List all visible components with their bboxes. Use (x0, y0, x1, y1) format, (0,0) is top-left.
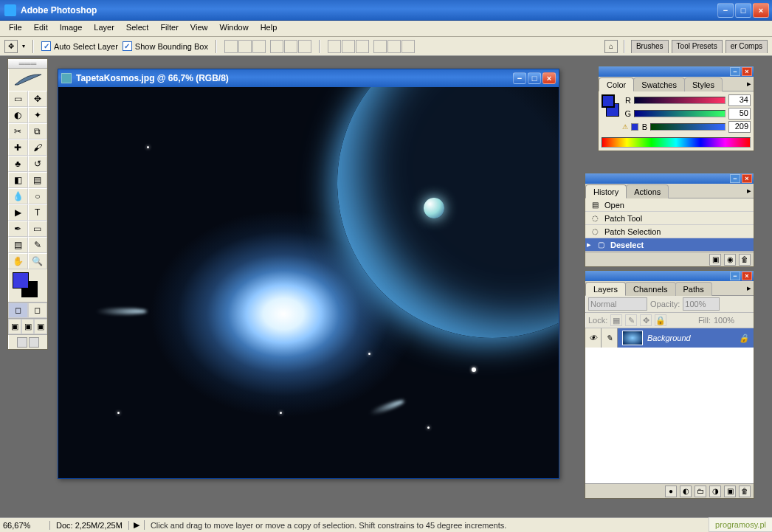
align-left-button[interactable] (270, 40, 283, 53)
layer-thumbnail[interactable] (622, 331, 643, 345)
color-fg-swatch[interactable] (602, 94, 615, 108)
goto-bridge-button[interactable]: ⌂ (604, 40, 618, 53)
auto-select-layer-checkbox[interactable]: ✓ Auto Select Layer (41, 41, 118, 51)
panel-close-button[interactable]: × (742, 272, 752, 280)
layer-mask-button[interactable]: ◐ (680, 486, 692, 497)
distribute-top-button[interactable] (328, 40, 341, 53)
panel-minimize-button[interactable]: − (730, 67, 740, 76)
dodge-tool[interactable]: ○ (28, 188, 48, 204)
new-snapshot-button[interactable]: ◉ (724, 254, 736, 266)
show-bounding-box-checkbox[interactable]: ✓ Show Bounding Box (123, 41, 208, 51)
status-menu-button[interactable]: ▶ (129, 520, 145, 530)
well-layercomps[interactable]: er Comps (726, 40, 768, 53)
menu-help[interactable]: Help (255, 21, 283, 36)
screen-standard-button[interactable]: ▣ (8, 319, 21, 334)
eyedropper-tool[interactable]: ✎ (28, 237, 48, 253)
marquee-tool[interactable]: ▭ (8, 91, 28, 107)
b-slider[interactable] (650, 123, 726, 131)
blur-tool[interactable]: 💧 (8, 188, 28, 204)
delete-layer-button[interactable]: 🗑 (739, 486, 751, 497)
zoom-field[interactable]: 66,67% (0, 521, 50, 530)
slice-tool[interactable]: ⧉ (28, 123, 48, 139)
gradient-tool[interactable]: ▤ (28, 172, 48, 188)
maximize-button[interactable]: □ (735, 3, 751, 18)
menu-layer[interactable]: Layer (88, 21, 120, 36)
distribute-hcenter-button[interactable] (387, 40, 401, 53)
history-item[interactable]: ▸▢Deselect (585, 238, 754, 252)
distribute-vcenter-button[interactable] (342, 40, 355, 53)
menu-window[interactable]: Window (214, 21, 255, 36)
menu-select[interactable]: Select (120, 21, 155, 36)
menu-edit[interactable]: Edit (28, 21, 54, 36)
lock-position-button[interactable]: ✥ (640, 314, 652, 326)
blend-mode-select[interactable]: Normal (588, 297, 647, 311)
distribute-bottom-button[interactable] (356, 40, 369, 53)
doc-close-button[interactable]: × (542, 72, 556, 84)
well-toolpresets[interactable]: Tool Presets (672, 40, 723, 53)
notes-tool[interactable]: ▤ (8, 237, 28, 253)
menu-filter[interactable]: Filter (154, 21, 184, 36)
close-button[interactable]: × (753, 3, 769, 18)
r-value[interactable]: 34 (728, 94, 751, 106)
panel-close-button[interactable]: × (742, 174, 752, 183)
document-titlebar[interactable]: TapetaKosmos.jpg @ 66,7% (RGB/8) − □ × (58, 69, 559, 87)
heal-tool[interactable]: ✚ (8, 139, 28, 156)
doc-minimize-button[interactable]: − (513, 72, 526, 84)
well-brushes[interactable]: Brushes (631, 40, 669, 53)
g-slider[interactable] (634, 110, 726, 117)
panel-menu-button[interactable]: ▸ (745, 281, 754, 295)
stamp-tool[interactable]: ♣ (8, 156, 28, 172)
panel-minimize-button[interactable]: − (730, 174, 740, 183)
menu-view[interactable]: View (185, 21, 214, 36)
move-tool[interactable]: ✥ (28, 91, 48, 107)
history-item[interactable]: ◌Patch Tool (585, 212, 754, 225)
lock-transparency-button[interactable]: ▦ (610, 314, 622, 326)
tab-swatches[interactable]: Swatches (633, 77, 685, 91)
align-right-button[interactable] (298, 40, 311, 53)
screen-full-button[interactable]: ▣ (34, 319, 47, 334)
spectrum-bar[interactable] (602, 137, 751, 148)
align-vcenter-button[interactable] (238, 40, 252, 53)
panel-minimize-button[interactable]: − (730, 272, 740, 280)
canvas[interactable] (58, 87, 559, 478)
shape-tool[interactable]: ▭ (28, 221, 48, 237)
panel-menu-button[interactable]: ▸ (745, 77, 754, 91)
adjustment-layer-button[interactable]: ◑ (709, 486, 721, 497)
path-select-tool[interactable]: ▶ (8, 204, 28, 221)
color-panel-titlebar[interactable]: − × (599, 66, 754, 77)
delete-state-button[interactable]: 🗑 (739, 254, 751, 266)
history-item[interactable]: ◌Patch Selection (585, 225, 754, 238)
type-tool[interactable]: T (28, 204, 48, 221)
b-value[interactable]: 209 (728, 121, 751, 133)
lock-all-button[interactable]: 🔒 (655, 314, 666, 326)
tab-color[interactable]: Color (599, 77, 634, 91)
new-document-from-state-button[interactable]: ▣ (709, 254, 721, 266)
menu-file[interactable]: File (3, 21, 28, 36)
history-item[interactable]: ▤Open (585, 198, 754, 212)
visibility-toggle[interactable]: 👁 (585, 328, 602, 348)
crop-tool[interactable]: ✂ (8, 123, 28, 139)
tab-history[interactable]: History (585, 184, 627, 198)
r-slider[interactable] (634, 97, 726, 104)
menu-image[interactable]: Image (54, 21, 89, 36)
layer-row[interactable]: 👁 ✎ Background 🔒 (585, 328, 754, 348)
minimize-button[interactable]: − (717, 3, 734, 18)
eraser-tool[interactable]: ◧ (8, 172, 28, 188)
align-bottom-button[interactable] (252, 40, 266, 53)
g-value[interactable]: 50 (728, 108, 751, 120)
wand-tool[interactable]: ✦ (28, 107, 48, 123)
fill-field[interactable]: 100% (714, 316, 751, 325)
distribute-right-button[interactable] (401, 40, 415, 53)
lock-image-button[interactable]: ✎ (625, 314, 637, 326)
current-tool-icon[interactable]: ✥ (4, 40, 18, 53)
layers-panel-titlebar[interactable]: − × (585, 271, 754, 281)
layer-style-button[interactable]: ● (665, 486, 677, 497)
panel-menu-button[interactable]: ▸ (745, 184, 754, 198)
quickmask-mode-button[interactable]: ◻ (28, 303, 48, 318)
tab-channels[interactable]: Channels (625, 282, 675, 296)
distribute-left-button[interactable] (373, 40, 387, 53)
opacity-field[interactable]: 100% (683, 297, 720, 311)
align-top-button[interactable] (224, 40, 238, 53)
tab-actions[interactable]: Actions (626, 184, 669, 198)
zoom-tool[interactable]: 🔍 (28, 253, 48, 269)
